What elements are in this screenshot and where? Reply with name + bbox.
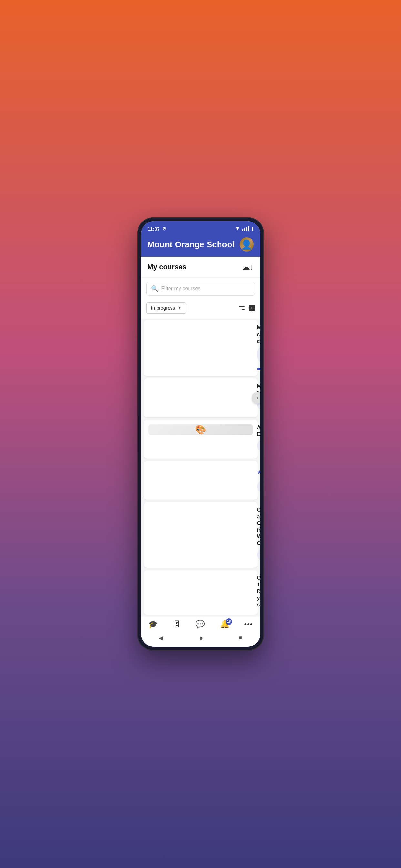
course-info-3: Activity Examples Moodle Resources (257, 424, 260, 454)
courses-header: My courses ☁↓ (141, 257, 260, 278)
android-nav-bar: ◀ ● ■ (141, 631, 260, 647)
courses-section-title: My courses (148, 263, 187, 271)
course-name-row-3: Activity Examples (257, 424, 260, 438)
starred-icon-4: ★ (257, 469, 260, 475)
battery-icon: ▮ (251, 226, 254, 231)
course-name-row-6: Critical Thinking: Develop your skills (257, 575, 260, 609)
course-info-6: Critical Thinking: Develop your skills (257, 575, 260, 610)
search-placeholder: Filter my courses (161, 286, 201, 291)
course-thumbnail-3: 🎨 (148, 424, 253, 435)
app-title: Mount Orange School (148, 240, 235, 250)
course-name-row-5: Class and Conflict in World Cinema (257, 507, 260, 547)
chevron-left-icon: ‹ (257, 395, 258, 401)
course-name-row-1: Mindful course creation (257, 324, 260, 345)
search-box[interactable]: 🔍 Filter my courses (146, 282, 255, 296)
grid-view-icon[interactable] (249, 305, 255, 311)
course-category-3: Moodle Resources (257, 440, 260, 452)
search-container: 🔍 Filter my courses (141, 278, 260, 300)
course-name-row-4: ★ Celebrating Cultures (257, 466, 260, 479)
course-name-1: Mindful course creation (257, 324, 260, 345)
nav-item-courses[interactable]: 🎓 (148, 620, 158, 629)
wifi-icon: ▼ (235, 226, 240, 231)
course-card-2[interactable]: Moodle and Mountaineering Physical Educa… (144, 378, 258, 417)
status-filter-dropdown[interactable]: In progress ▼ (146, 302, 187, 314)
phone-frame: 11:37 ⚙ ▼ ▮ Mount Orange School (137, 217, 264, 651)
nav-item-more[interactable]: ••• (244, 620, 252, 628)
signal-bars (242, 226, 249, 231)
course-list: Mindful course creation Mount Orange Com… (141, 320, 260, 616)
nav-courses-icon: 🎓 (148, 620, 158, 629)
course-name-5: Class and Conflict in World Cinema (257, 507, 260, 547)
back-swipe-button[interactable]: ‹ (252, 392, 260, 404)
course-info-1: Mindful course creation Mount Orange Com… (257, 324, 260, 371)
avatar-image (240, 237, 254, 252)
course-info-5: Class and Conflict in World Cinema Art a… (257, 507, 260, 563)
course-category-5: Art and Media (257, 549, 260, 561)
content-area: My courses ☁↓ 🔍 Filter my courses In pro… (141, 257, 260, 616)
course-card-3[interactable]: 🎨 Activity Examples Moodle Resources ⋮ (144, 420, 258, 459)
android-recent-btn[interactable]: ■ (239, 634, 242, 641)
progress-bar-bg-1 (257, 368, 260, 370)
download-icon[interactable]: ☁↓ (242, 262, 254, 272)
course-info-4: ★ Celebrating Cultures Society and Envir… (257, 466, 260, 495)
android-back-btn[interactable]: ◀ (159, 634, 163, 642)
nav-item-messages[interactable]: 💬 (195, 620, 205, 629)
user-avatar[interactable] (240, 237, 254, 252)
sort-icon[interactable] (239, 306, 245, 310)
course-card-5[interactable]: Class and Conflict in World Cinema Art a… (144, 502, 258, 568)
phone-screen: 11:37 ⚙ ▼ ▮ Mount Orange School (141, 221, 260, 647)
status-icons: ▼ ▮ (235, 226, 254, 231)
nav-item-notifications[interactable]: 🔔 18 (220, 620, 229, 629)
view-toggle (239, 305, 255, 311)
course-card-4[interactable]: ★ Celebrating Cultures Society and Envir… (144, 461, 258, 500)
bottom-nav: 🎓 🎛 💬 🔔 18 ••• (141, 616, 260, 631)
nav-more-icon: ••• (244, 620, 252, 628)
course-card-6[interactable]: Critical Thinking: Develop your skills ⋮ (144, 570, 258, 615)
chevron-down-icon: ▼ (178, 306, 182, 310)
nav-messages-icon: 💬 (195, 620, 205, 629)
android-home-btn[interactable]: ● (199, 634, 203, 642)
notifications-badge: 18 (226, 618, 232, 625)
filter-label: In progress (151, 305, 175, 311)
progress-bar-fill-1 (257, 368, 260, 370)
filter-row: In progress ▼ (141, 300, 260, 319)
progress-container-1: 35% (257, 367, 260, 371)
course-category-4: Society and Environment (257, 481, 260, 492)
status-bar: 11:37 ⚙ ▼ ▮ (141, 221, 260, 234)
status-time: 11:37 (148, 226, 160, 231)
app-header: Mount Orange School (141, 234, 260, 257)
nav-item-dashboard[interactable]: 🎛 (173, 620, 181, 629)
course-category-1: Mount Orange Community (257, 346, 260, 363)
search-icon: 🔍 (151, 285, 158, 292)
course-name-3: Activity Examples (257, 424, 260, 438)
nav-dashboard-icon: 🎛 (173, 620, 181, 629)
settings-icon: ⚙ (162, 226, 166, 231)
course-card-1[interactable]: Mindful course creation Mount Orange Com… (144, 320, 258, 376)
course-name-6: Critical Thinking: Develop your skills (257, 575, 260, 609)
